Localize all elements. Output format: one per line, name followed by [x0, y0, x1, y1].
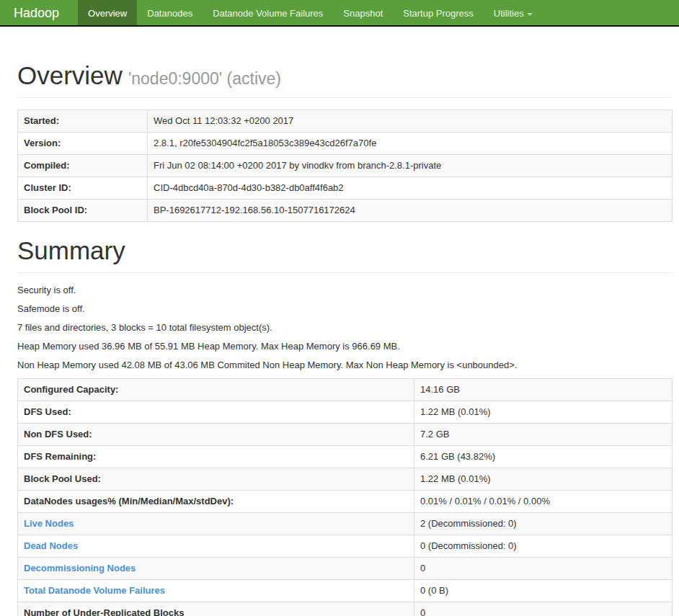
- row-value: 0 (Decommissioned: 0): [414, 535, 673, 558]
- chevron-down-icon: [527, 13, 533, 16]
- row-label: Configured Capacity:: [18, 379, 414, 401]
- row-label: Number of Under-Replicated Blocks: [18, 602, 414, 616]
- security-status: Security is off.: [17, 285, 673, 295]
- row-value: 1.22 MB (0.01%): [414, 401, 673, 424]
- table-row: Block Pool Used: 1.22 MB (0.01%): [18, 468, 673, 491]
- row-value: 0.01% / 0.01% / 0.01% / 0.00%: [414, 491, 673, 513]
- table-row: Number of Under-Replicated Blocks 0: [18, 602, 673, 616]
- table-row: Live Nodes 2 (Decommissioned: 0): [18, 513, 673, 535]
- tab-utilities-label: Utilities: [494, 8, 524, 19]
- tab-overview[interactable]: Overview: [78, 0, 137, 25]
- summary-section: Summary Security is off. Safemode is off…: [17, 236, 673, 616]
- table-row: Decommissioning Nodes 0: [18, 558, 673, 580]
- namenode-address-state: 'node0:9000' (active): [128, 69, 281, 88]
- row-value: 7.2 GB: [414, 424, 673, 446]
- heap-memory-status: Heap Memory used 36.96 MB of 55.91 MB He…: [17, 341, 673, 352]
- row-value: 0 (0 B): [414, 580, 673, 602]
- row-value: Fri Jun 02 08:14:00 +0200 2017 by vinodk…: [148, 155, 673, 177]
- row-value: 0: [414, 602, 673, 616]
- table-row: Dead Nodes 0 (Decommissioned: 0): [18, 535, 673, 558]
- row-value: BP-1692617712-192.168.56.10-150771617262…: [148, 200, 673, 222]
- tab-startup-progress[interactable]: Startup Progress: [393, 0, 484, 25]
- table-row: Block Pool ID: BP-1692617712-192.168.56.…: [18, 200, 673, 222]
- safemode-status: Safemode is off.: [17, 303, 673, 314]
- decommissioning-nodes-link[interactable]: Decommissioning Nodes: [24, 563, 136, 573]
- tab-datanode-volume-failures[interactable]: Datanode Volume Failures: [203, 0, 333, 25]
- row-label: Block Pool ID:: [18, 200, 148, 222]
- row-label: Total Datanode Volume Failures: [18, 580, 414, 602]
- row-label: Cluster ID:: [18, 177, 148, 200]
- row-value: 14.16 GB: [414, 379, 673, 401]
- filesystem-objects-status: 7 files and directories, 3 blocks = 10 t…: [17, 322, 673, 333]
- table-row: Compiled: Fri Jun 02 08:14:00 +0200 2017…: [18, 155, 673, 177]
- table-row: Started: Wed Oct 11 12:03:32 +0200 2017: [18, 110, 673, 133]
- row-value: 0: [414, 558, 673, 580]
- row-label: Dead Nodes: [18, 535, 414, 558]
- summary-status-text: Security is off. Safemode is off. 7 file…: [17, 285, 673, 370]
- table-row: Configured Capacity: 14.16 GB: [18, 379, 673, 401]
- total-datanode-volume-failures-link[interactable]: Total Datanode Volume Failures: [24, 585, 165, 596]
- divider: [17, 97, 673, 98]
- row-value: CID-4dbcd40a-870d-4d30-b382-db0aff4f6ab2: [148, 177, 673, 200]
- table-row: DFS Used: 1.22 MB (0.01%): [18, 401, 673, 424]
- divider: [17, 272, 673, 273]
- table-row: Non DFS Used: 7.2 GB: [18, 424, 673, 446]
- row-label: Version:: [18, 133, 148, 155]
- row-label: DataNodes usages% (Min/Median/Max/stdDev…: [18, 491, 414, 513]
- namenode-info-table: Started: Wed Oct 11 12:03:32 +0200 2017 …: [17, 110, 673, 222]
- row-label: DFS Used:: [18, 401, 414, 424]
- dead-nodes-link[interactable]: Dead Nodes: [24, 540, 78, 551]
- row-label: Block Pool Used:: [18, 468, 414, 491]
- table-row: DFS Remaining: 6.21 GB (43.82%): [18, 446, 673, 468]
- row-value: 6.21 GB (43.82%): [414, 446, 673, 468]
- table-row: DataNodes usages% (Min/Median/Max/stdDev…: [18, 491, 673, 513]
- row-value: Wed Oct 11 12:03:32 +0200 2017: [148, 110, 673, 133]
- summary-title: Summary: [17, 236, 673, 265]
- row-value: 2.8.1, r20fe5304904fc2f5a18053c389e43cd2…: [148, 133, 673, 155]
- row-label: Live Nodes: [18, 513, 414, 535]
- live-nodes-link[interactable]: Live Nodes: [24, 518, 74, 529]
- tab-snapshot[interactable]: Snapshot: [333, 0, 393, 25]
- page-title: Overview'node0:9000' (active): [17, 61, 673, 90]
- table-row: Version: 2.8.1, r20fe5304904fc2f5a18053c…: [18, 133, 673, 155]
- table-row: Cluster ID: CID-4dbcd40a-870d-4d30-b382-…: [18, 177, 673, 200]
- tab-datanodes[interactable]: Datanodes: [137, 0, 203, 25]
- row-label: Started:: [18, 110, 148, 133]
- overview-title: Overview: [17, 61, 123, 89]
- row-value: 1.22 MB (0.01%): [414, 468, 673, 491]
- navbar-brand[interactable]: Hadoop: [0, 0, 72, 25]
- row-label: Decommissioning Nodes: [18, 558, 414, 580]
- page-content: Overview'node0:9000' (active) Started: W…: [0, 27, 679, 616]
- summary-table: Configured Capacity: 14.16 GB DFS Used: …: [17, 378, 673, 616]
- row-label: Non DFS Used:: [18, 424, 414, 446]
- table-row: Total Datanode Volume Failures 0 (0 B): [18, 580, 673, 602]
- row-label: DFS Remaining:: [18, 446, 414, 468]
- navbar-tabs: Overview Datanodes Datanode Volume Failu…: [78, 0, 543, 25]
- row-value: 2 (Decommissioned: 0): [414, 513, 673, 535]
- navbar: Hadoop Overview Datanodes Datanode Volum…: [0, 0, 679, 27]
- non-heap-memory-status: Non Heap Memory used 42.08 MB of 43.06 M…: [17, 360, 673, 370]
- tab-utilities-dropdown[interactable]: Utilities: [484, 0, 543, 25]
- row-label: Compiled:: [18, 155, 148, 177]
